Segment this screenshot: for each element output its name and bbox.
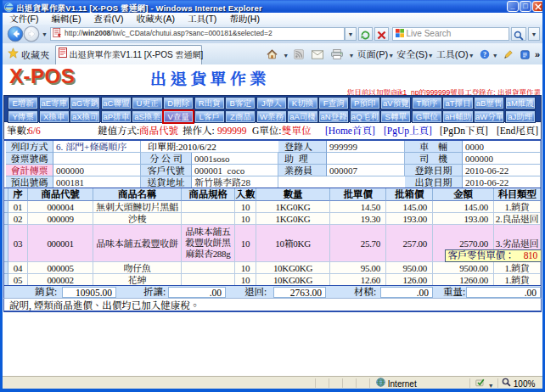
svg-text:?: ?: [483, 51, 486, 59]
